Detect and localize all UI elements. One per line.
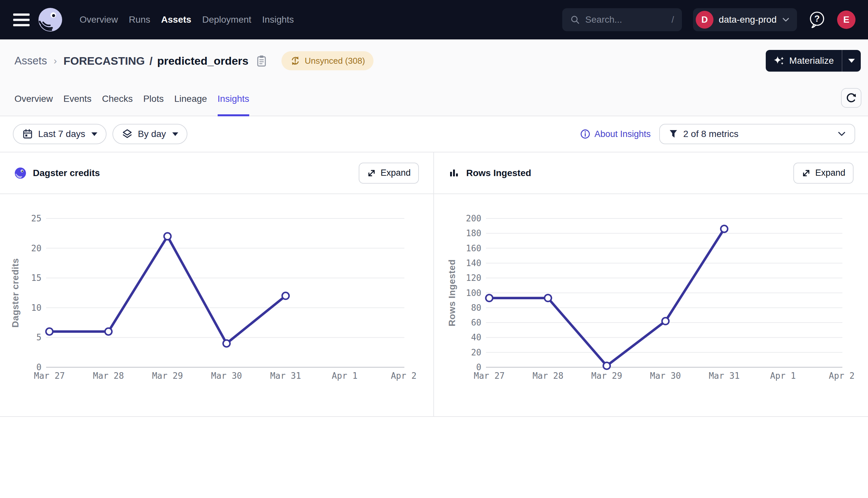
chart-title: Rows Ingested	[466, 168, 531, 179]
materialize-button[interactable]: Materialize	[766, 50, 842, 71]
nav-item-overview[interactable]: Overview	[79, 14, 118, 25]
user-avatar[interactable]: E	[837, 11, 855, 29]
tab-overview[interactable]: Overview	[14, 82, 53, 116]
svg-text:Apr 1: Apr 1	[332, 371, 357, 381]
primary-nav: OverviewRunsAssetsDeploymentInsights	[79, 14, 294, 25]
chart-title: Dagster credits	[33, 168, 100, 179]
dagster-badge-icon	[14, 167, 26, 179]
workspace-badge: D	[696, 11, 714, 29]
chart-area: 020406080100120140160180200Mar 27Mar 28M…	[434, 194, 868, 416]
tab-events[interactable]: Events	[63, 82, 92, 116]
workspace-name: data-eng-prod	[719, 14, 777, 25]
svg-text:Apr 2: Apr 2	[829, 371, 855, 381]
svg-text:Mar 28: Mar 28	[533, 371, 563, 381]
svg-text:60: 60	[471, 318, 481, 328]
metrics-filter-label: 2 of 8 metrics	[683, 129, 739, 139]
help-button[interactable]: ?	[808, 11, 826, 29]
page-title: predicted_orders	[157, 54, 248, 67]
status-badge[interactable]: Unsynced (308)	[281, 51, 374, 70]
expand-label: Expand	[815, 168, 845, 178]
svg-text:Mar 29: Mar 29	[152, 371, 183, 381]
line-chart-dagster-credits: 0510152025Mar 27Mar 28Mar 29Mar 30Mar 31…	[0, 194, 433, 416]
insights-charts-grid: Dagster credits Expand 0510152025Mar 27M…	[0, 152, 868, 417]
svg-text:180: 180	[466, 228, 481, 238]
materialize-dropdown-button[interactable]	[842, 50, 861, 71]
nav-item-runs[interactable]: Runs	[129, 14, 150, 25]
info-icon	[580, 129, 590, 139]
hamburger-icon[interactable]	[13, 13, 29, 26]
search-icon	[570, 15, 580, 25]
svg-text:140: 140	[466, 258, 481, 268]
asset-header-band: Assets › FORECASTING / predicted_orders	[0, 39, 868, 116]
chart-area: 0510152025Mar 27Mar 28Mar 29Mar 30Mar 31…	[0, 194, 433, 416]
chevron-down-icon	[838, 131, 846, 137]
funnel-icon	[668, 129, 678, 139]
svg-text:160: 160	[466, 244, 481, 253]
clipboard-icon	[256, 54, 267, 67]
chart-panel-header: Rows Ingested Expand	[434, 153, 868, 194]
status-badge-label: Unsynced (308)	[305, 56, 365, 66]
svg-text:Mar 28: Mar 28	[93, 371, 124, 381]
tab-insights[interactable]: Insights	[218, 82, 250, 116]
materialize-label: Materialize	[789, 55, 834, 66]
svg-text:80: 80	[471, 303, 481, 313]
nav-item-deployment[interactable]: Deployment	[202, 14, 251, 25]
calendar-icon	[22, 129, 33, 140]
time-range-filter[interactable]: Last 7 days	[13, 124, 106, 144]
svg-text:200: 200	[466, 213, 481, 223]
granularity-label: By day	[138, 129, 166, 139]
svg-text:Apr 2: Apr 2	[391, 371, 417, 381]
metrics-filter-select[interactable]: 2 of 8 metrics	[659, 124, 855, 144]
insights-toolbar: Last 7 days By day About Insights	[0, 116, 868, 152]
workspace-switcher[interactable]: D data-eng-prod	[693, 8, 797, 31]
svg-text:40: 40	[471, 332, 481, 342]
search-input[interactable]: Search... /	[562, 8, 682, 31]
copy-asset-name-button[interactable]	[256, 54, 267, 67]
expand-button[interactable]: Expand	[793, 162, 854, 184]
time-range-label: Last 7 days	[38, 129, 85, 139]
chart-panel-rows-ingested: Rows Ingested Expand 0204060801001201401…	[433, 153, 868, 416]
refresh-button[interactable]	[841, 88, 861, 108]
tab-lineage[interactable]: Lineage	[174, 82, 207, 116]
sync-alert-icon	[290, 55, 301, 66]
svg-text:Mar 27: Mar 27	[34, 371, 65, 381]
nav-item-assets[interactable]: Assets	[161, 14, 191, 25]
svg-text:Apr 1: Apr 1	[770, 371, 796, 381]
breadcrumb-chevron-icon: ›	[54, 55, 57, 66]
line-chart-rows-ingested: 020406080100120140160180200Mar 27Mar 28M…	[434, 194, 868, 416]
svg-text:100: 100	[466, 288, 481, 298]
svg-text:Rows Ingested: Rows Ingested	[447, 259, 457, 326]
granularity-filter[interactable]: By day	[113, 124, 188, 144]
top-nav-bar: OverviewRunsAssetsDeploymentInsights Sea…	[0, 0, 868, 39]
expand-button[interactable]: Expand	[359, 162, 419, 184]
svg-text:15: 15	[31, 273, 41, 283]
svg-text:20: 20	[31, 244, 41, 253]
svg-text:Mar 27: Mar 27	[474, 371, 505, 381]
caret-down-icon	[172, 132, 178, 136]
caret-down-icon	[848, 59, 855, 63]
granularity-icon	[122, 129, 133, 140]
breadcrumb-group-link[interactable]: FORECASTING	[63, 54, 145, 67]
svg-text:25: 25	[31, 213, 41, 223]
svg-text:20: 20	[471, 348, 481, 357]
tab-checks[interactable]: Checks	[102, 82, 132, 116]
breadcrumb-divider: /	[150, 54, 153, 67]
breadcrumb-assets-link[interactable]: Assets	[14, 54, 47, 67]
right-filter-group: About Insights 2 of 8 metrics	[580, 124, 855, 144]
svg-text:Mar 29: Mar 29	[591, 371, 622, 381]
nav-item-insights[interactable]: Insights	[262, 14, 294, 25]
refresh-icon	[845, 92, 857, 104]
bar-chart-icon	[448, 168, 460, 179]
svg-text:Mar 31: Mar 31	[709, 371, 740, 381]
breadcrumb: Assets › FORECASTING / predicted_orders	[0, 39, 868, 82]
about-insights-label: About Insights	[595, 129, 651, 139]
dagster-octopus-icon	[38, 7, 63, 32]
about-insights-link[interactable]: About Insights	[580, 129, 651, 139]
asset-tabs: OverviewEventsChecksPlotsLineageInsights	[0, 82, 868, 116]
svg-text:Mar 30: Mar 30	[650, 371, 681, 381]
dagster-logo[interactable]	[38, 7, 63, 32]
svg-text:10: 10	[31, 303, 41, 313]
tab-plots[interactable]: Plots	[143, 82, 164, 116]
svg-text:Mar 31: Mar 31	[270, 371, 301, 381]
help-icon: ?	[808, 11, 826, 29]
